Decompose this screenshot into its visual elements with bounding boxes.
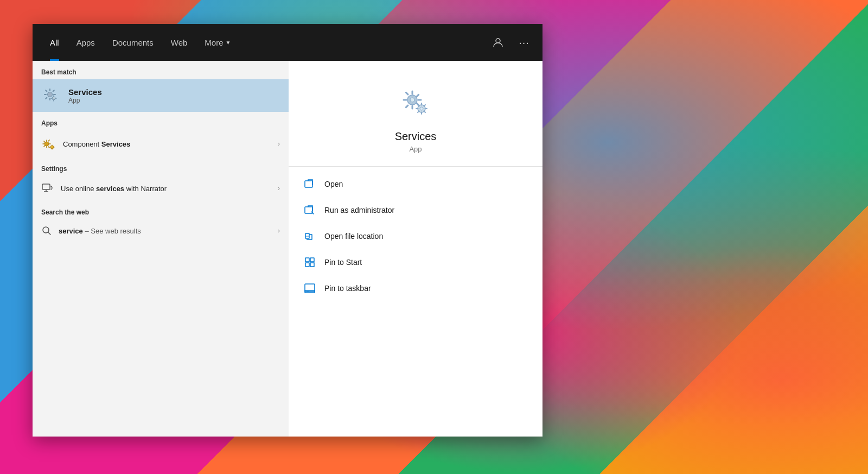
web-search-text: service – See web results bbox=[59, 227, 141, 235]
svg-rect-19 bbox=[310, 258, 314, 262]
tab-navigation: All Apps Documents Web More ▼ bbox=[41, 24, 488, 61]
best-match-item-services[interactable]: Services App bbox=[33, 79, 289, 112]
right-panel: Services App Open bbox=[289, 61, 542, 437]
svg-rect-23 bbox=[307, 292, 309, 292]
component-services-item[interactable]: Component Services › bbox=[33, 130, 289, 157]
app-detail-header: Services App bbox=[289, 61, 542, 167]
chevron-down-icon: ▼ bbox=[226, 40, 231, 46]
narrator-services-chevron: › bbox=[278, 185, 280, 192]
app-actions: Open Run as administrator bbox=[289, 167, 542, 437]
component-services-svg bbox=[41, 136, 56, 151]
search-window: All Apps Documents Web More ▼ bbox=[33, 24, 542, 437]
app-detail-icon bbox=[396, 83, 435, 122]
best-match-subtitle: App bbox=[68, 97, 102, 104]
person-icon bbox=[493, 37, 503, 48]
gear-icon-small bbox=[42, 87, 60, 104]
svg-rect-15 bbox=[305, 207, 312, 213]
web-search-icon bbox=[41, 225, 52, 236]
component-services-label: Component Services bbox=[63, 140, 271, 148]
app-detail-title: Services bbox=[395, 130, 437, 143]
svg-rect-18 bbox=[305, 258, 309, 262]
action-open-file-location-label: Open file location bbox=[324, 232, 383, 241]
svg-point-13 bbox=[420, 107, 423, 110]
run-as-admin-svg bbox=[304, 204, 316, 216]
action-pin-to-taskbar[interactable]: Pin to taskbar bbox=[289, 275, 542, 301]
tab-web[interactable]: Web bbox=[162, 24, 196, 61]
open-svg bbox=[304, 178, 316, 190]
svg-rect-5 bbox=[42, 184, 50, 189]
component-services-icon bbox=[41, 136, 56, 151]
pin-to-start-icon bbox=[304, 256, 316, 268]
narrator-services-item[interactable]: Use online services with Narrator › bbox=[33, 176, 289, 201]
top-bar: All Apps Documents Web More ▼ bbox=[33, 24, 542, 61]
open-file-location-icon bbox=[304, 230, 316, 242]
ellipsis-icon: ··· bbox=[519, 36, 529, 49]
person-icon-button[interactable] bbox=[488, 33, 508, 52]
top-bar-actions: ··· bbox=[488, 33, 534, 52]
action-pin-to-taskbar-label: Pin to taskbar bbox=[324, 284, 371, 293]
action-pin-to-start[interactable]: Pin to Start bbox=[289, 249, 542, 275]
component-services-chevron: › bbox=[278, 140, 280, 148]
left-panel: Best match Services App bbox=[33, 61, 289, 437]
action-open[interactable]: Open bbox=[289, 171, 542, 197]
main-content: Best match Services App bbox=[33, 61, 542, 437]
svg-point-0 bbox=[496, 39, 500, 43]
narrator-services-label: Use online services with Narrator bbox=[61, 185, 271, 193]
search-svg bbox=[41, 225, 52, 236]
best-match-label: Best match bbox=[33, 61, 289, 79]
tab-documents[interactable]: Documents bbox=[104, 24, 162, 61]
svg-point-1 bbox=[48, 92, 53, 97]
best-match-title: Services bbox=[68, 87, 102, 97]
search-web-label: Search the web bbox=[33, 201, 289, 219]
action-run-as-admin-label: Run as administrator bbox=[324, 206, 394, 214]
svg-rect-14 bbox=[305, 181, 312, 187]
narrator-svg bbox=[41, 182, 54, 195]
web-search-chevron: › bbox=[278, 227, 280, 235]
large-gear-icon bbox=[398, 85, 433, 119]
action-run-as-admin[interactable]: Run as administrator bbox=[289, 197, 542, 223]
tab-apps[interactable]: Apps bbox=[68, 24, 104, 61]
svg-point-2 bbox=[52, 97, 55, 100]
action-pin-to-start-label: Pin to Start bbox=[324, 258, 362, 267]
run-as-admin-icon bbox=[304, 204, 316, 216]
pin-to-taskbar-icon bbox=[304, 282, 316, 294]
svg-line-9 bbox=[48, 232, 51, 235]
svg-rect-20 bbox=[305, 263, 309, 267]
open-file-location-svg bbox=[304, 230, 316, 242]
apps-section-label: Apps bbox=[33, 112, 289, 130]
tab-all[interactable]: All bbox=[41, 24, 68, 61]
best-match-text: Services App bbox=[68, 87, 102, 104]
tab-more[interactable]: More ▼ bbox=[196, 24, 239, 61]
action-open-label: Open bbox=[324, 180, 343, 188]
web-search-item[interactable]: service – See web results › bbox=[33, 219, 289, 242]
pin-to-taskbar-svg bbox=[304, 282, 316, 294]
services-icon bbox=[41, 86, 61, 105]
pin-to-start-svg bbox=[304, 256, 316, 268]
more-options-button[interactable]: ··· bbox=[514, 33, 534, 52]
narrator-icon bbox=[41, 182, 54, 195]
svg-point-11 bbox=[410, 98, 414, 102]
action-open-file-location[interactable]: Open file location bbox=[289, 223, 542, 249]
settings-section-label: Settings bbox=[33, 157, 289, 176]
open-icon bbox=[304, 178, 316, 190]
app-detail-subtitle: App bbox=[409, 145, 422, 153]
